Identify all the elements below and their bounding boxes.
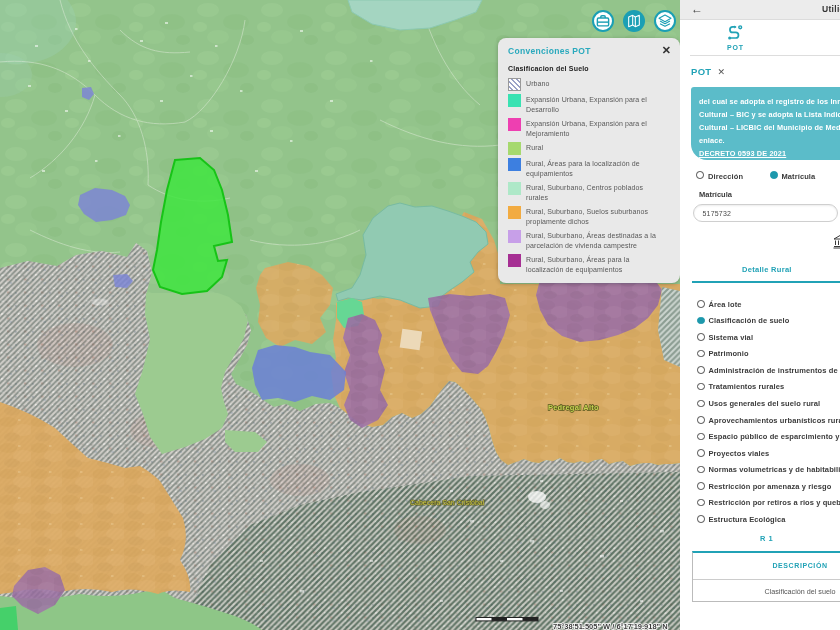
- svg-text:Cabecera San Cristóbal: Cabecera San Cristóbal: [410, 499, 485, 506]
- svg-text:75°38'51.505" W / 6°17'19.918": 75°38'51.505" W / 6°17'19.918" N: [553, 622, 668, 630]
- svg-text:Pedregal Alto: Pedregal Alto: [548, 403, 599, 412]
